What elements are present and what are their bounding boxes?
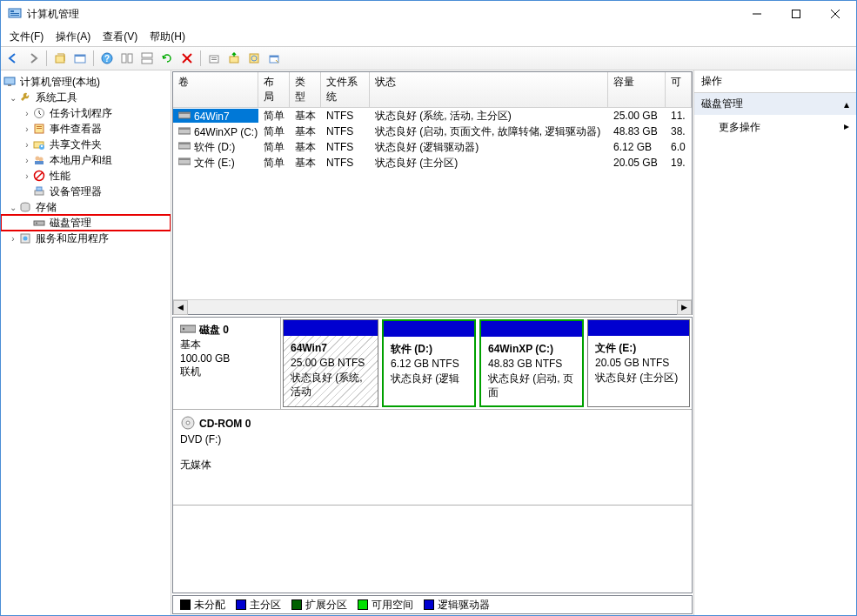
menu-help[interactable]: 帮助(H) [144, 28, 191, 46]
toolbar-icon-7[interactable] [205, 50, 223, 67]
partition[interactable]: 64WinXP (C:)48.83 GB NTFS状态良好 (启动, 页面 [479, 319, 584, 407]
minimize-button[interactable] [737, 2, 776, 27]
wrench-icon [18, 90, 32, 104]
actions-pane: 操作 磁盘管理 ▴ 更多操作 ▸ [694, 70, 856, 615]
svg-rect-21 [211, 59, 217, 60]
maximize-button[interactable] [776, 2, 815, 27]
clock-icon [32, 106, 46, 120]
col-capacity[interactable]: 容量 [608, 72, 666, 107]
collapse-icon[interactable]: ⌄ [8, 93, 18, 103]
col-volume[interactable]: 卷 [173, 72, 258, 107]
legend-swatch-primary [236, 599, 246, 610]
users-icon [32, 153, 46, 167]
table-row[interactable]: 软件 (D:)简单基本NTFS状态良好 (逻辑驱动器)6.12 GB6.0 [173, 139, 692, 155]
disk-row-cdrom[interactable]: CD-ROM 0 DVD (F:) 无媒体 [173, 410, 692, 506]
tree-pane[interactable]: 计算机管理(本地) ⌄ 系统工具 › 任务计划程序 › 事件查看器 › 共享文件… [1, 70, 171, 615]
collapse-icon[interactable]: ▴ [844, 98, 849, 110]
column-headers[interactable]: 卷 布局 类型 文件系统 状态 容量 可 [173, 72, 692, 108]
svg-rect-2 [10, 13, 19, 14]
partition[interactable]: 软件 (D:)6.12 GB NTFS状态良好 (逻辑 [382, 319, 476, 407]
refresh-icon[interactable] [158, 50, 176, 67]
cdrom-info: CD-ROM 0 DVD (F:) 无媒体 [173, 410, 285, 505]
col-status[interactable]: 状态 [370, 72, 608, 107]
table-row[interactable]: 文件 (E:)简单基本NTFS状态良好 (主分区)20.05 GB19. [173, 155, 692, 171]
toolbar-icon-4[interactable] [118, 50, 136, 67]
window-title: 计算机管理 [27, 7, 737, 22]
col-filesystem[interactable]: 文件系统 [321, 72, 370, 107]
svg-rect-42 [37, 187, 42, 191]
svg-rect-20 [211, 57, 217, 58]
menu-view[interactable]: 查看(V) [97, 28, 143, 46]
delete-icon[interactable] [178, 50, 196, 67]
tree-disk-management[interactable]: 磁盘管理 [1, 215, 171, 231]
expand-icon[interactable]: › [22, 171, 32, 181]
svg-rect-10 [75, 55, 85, 57]
menubar: 文件(F) 操作(A) 查看(V) 帮助(H) [1, 27, 856, 46]
col-type[interactable]: 类型 [290, 72, 321, 107]
toolbar-icon-8[interactable] [225, 50, 243, 67]
toolbar-icon-10[interactable] [265, 50, 283, 67]
svg-rect-53 [178, 143, 191, 144]
tree-services-apps[interactable]: › 服务和应用程序 [1, 231, 171, 246]
collapse-icon[interactable]: ⌄ [8, 203, 18, 212]
horizontal-scrollbar[interactable]: ◀ ▶ [173, 299, 692, 314]
actions-section[interactable]: 磁盘管理 ▴ [694, 93, 856, 115]
volume-table[interactable]: 卷 布局 类型 文件系统 状态 容量 可 64Win7简单基本NTFS状态良好 … [172, 71, 693, 315]
svg-rect-55 [178, 158, 191, 160]
tree-event-viewer[interactable]: › 事件查看器 [1, 121, 171, 137]
svg-point-57 [183, 328, 184, 330]
svg-point-59 [186, 421, 190, 425]
close-button[interactable] [815, 2, 854, 27]
toolbar-icon-5[interactable] [138, 50, 156, 67]
tree-storage[interactable]: ⌄ 存储 [1, 199, 171, 215]
col-layout[interactable]: 布局 [258, 72, 290, 107]
tree-shared-folders[interactable]: › 共享文件夹 [1, 137, 171, 152]
svg-rect-3 [10, 15, 19, 16]
disk-row-0[interactable]: 磁盘 0 基本 100.00 GB 联机 64Win725.00 GB NTFS… [173, 318, 692, 410]
help-icon[interactable]: ? [98, 50, 116, 67]
legend-swatch-unallocated [180, 599, 191, 610]
forward-button[interactable] [24, 50, 42, 67]
tree-local-users[interactable]: › 本地用户和组 [1, 152, 171, 168]
expand-icon[interactable]: › [22, 140, 32, 150]
menu-file[interactable]: 文件(F) [4, 28, 49, 46]
menu-action[interactable]: 操作(A) [50, 28, 96, 46]
legend-swatch-extended [291, 599, 302, 610]
toolbar-icon-1[interactable] [51, 50, 69, 67]
svg-line-40 [36, 172, 43, 179]
prohibit-icon [32, 169, 46, 183]
volume-icon [178, 124, 192, 137]
tree-system-tools[interactable]: ⌄ 系统工具 [1, 90, 171, 105]
tree-device-manager[interactable]: 设备管理器 [1, 184, 171, 199]
tree-root[interactable]: 计算机管理(本地) [1, 74, 171, 90]
actions-more[interactable]: 更多操作 ▸ [694, 115, 856, 140]
scroll-left-icon[interactable]: ◀ [173, 300, 188, 315]
svg-rect-28 [8, 84, 11, 86]
svg-point-37 [39, 157, 44, 162]
tree-task-scheduler[interactable]: › 任务计划程序 [1, 105, 171, 121]
svg-rect-14 [128, 54, 132, 63]
table-row[interactable]: 64Win7简单基本NTFS状态良好 (系统, 活动, 主分区)25.00 GB… [173, 108, 692, 124]
expand-icon[interactable]: › [8, 234, 18, 244]
disk-graphical-pane[interactable]: 磁盘 0 基本 100.00 GB 联机 64Win725.00 GB NTFS… [172, 317, 693, 593]
volume-icon [178, 139, 192, 151]
back-button[interactable] [4, 50, 22, 67]
partition[interactable]: 64Win725.00 GB NTFS状态良好 (系统, 活动 [283, 319, 378, 407]
toolbar-icon-2[interactable] [71, 50, 89, 67]
expand-icon[interactable]: › [22, 156, 32, 165]
table-row[interactable]: 64WinXP (C:)简单基本NTFS状态良好 (启动, 页面文件, 故障转储… [173, 124, 692, 139]
scroll-right-icon[interactable]: ▶ [677, 300, 692, 315]
disk-info: 磁盘 0 基本 100.00 GB 联机 [173, 318, 281, 409]
partition[interactable]: 文件 (E:)20.05 GB NTFS状态良好 (主分区) [587, 319, 690, 407]
toolbar-icon-9[interactable] [245, 50, 263, 67]
app-icon [8, 6, 22, 23]
disk-icon [180, 323, 196, 338]
legend: 未分配 主分区 扩展分区 可用空间 逻辑驱动器 [172, 595, 693, 614]
col-free[interactable]: 可 [666, 72, 692, 107]
expand-icon[interactable]: › [22, 109, 32, 118]
legend-swatch-free [358, 599, 368, 610]
svg-rect-15 [142, 53, 152, 57]
tree-performance[interactable]: › 性能 [1, 168, 171, 184]
device-icon [32, 184, 46, 198]
expand-icon[interactable]: › [22, 124, 32, 134]
